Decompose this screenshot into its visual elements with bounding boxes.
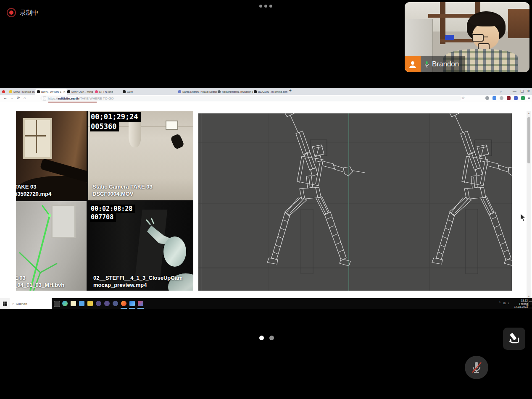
translate-icon[interactable] [514,96,518,100]
new-tab-button[interactable]: + [289,88,292,93]
taskbar-search-input[interactable]: ⌕ Suchen [10,298,52,309]
browser-menu-icon[interactable]: ≡ [528,95,530,101]
app-c-icon[interactable] [113,301,118,306]
browser-tab-7[interactable]: BLAZON - m-omnia-berlin [252,89,289,95]
shield-icon[interactable] [507,96,511,100]
app-b-icon[interactable] [104,301,110,306]
clock-date: 17.03.2023 [510,305,528,309]
clock-weekday: Freitag [510,302,528,306]
file-explorer-icon[interactable] [79,301,84,306]
profile-icon[interactable] [500,96,503,100]
edge-icon[interactable] [62,301,68,306]
sticky-notes-icon[interactable] [71,301,76,306]
window-close-button[interactable]: ✕ [527,88,530,94]
wireframe-skeleton-canvas [198,113,512,291]
search-icon: ⌕ [12,302,14,306]
participant-video-tile[interactable]: Brandon [405,2,529,72]
bookmark-star-icon[interactable]: ☆ [461,95,465,101]
clip-label: TAKE 03 53592720.mp4 [16,184,51,198]
taskbar-clock[interactable]: 18:12 Freitag 17.03.2023 [510,299,528,309]
lock-icon [43,97,46,100]
tray-speaker-icon[interactable]: ♪ [508,302,509,304]
browser-tab-0[interactable]: MMD | Monica studio produkt [8,89,38,95]
timecode-overlay: 00;01;29;24 005360 [90,112,141,131]
task-view-icon[interactable] [54,301,60,307]
firefox-icon[interactable] [121,301,126,306]
window-maximize-button[interactable]: ▢ [520,88,524,94]
participant-glasses [472,34,500,40]
browser-tab-4[interactable]: GLW [121,89,149,95]
paint-icon[interactable] [138,301,143,306]
tab-search-chevron-icon[interactable]: ⌄ [499,88,503,94]
reload-icon[interactable]: ⟳ [17,95,20,101]
forward-icon[interactable]: → [10,95,14,101]
participant-name-badge: Brandon [405,56,465,72]
avatar [405,56,421,72]
dark-square-icon [254,90,257,93]
scroll-down-icon[interactable]: ▼ [527,295,531,298]
video-quad-top-left[interactable]: TAKE 03 53592720.mp4 [16,111,87,200]
video-quad-bottom-right[interactable]: 00:02:08:28 007708 02__STEFFI__4_1_3_Clo… [88,201,193,291]
scrollbar-thumb[interactable] [527,117,530,163]
person-icon [218,90,221,93]
annotate-button[interactable] [503,328,525,350]
wireframe-skeleton-right [432,113,512,274]
dark-play-icon [37,90,40,93]
dark-square-icon [123,90,126,93]
active-app-underline [137,308,144,309]
browser-tab-1-active[interactable]: BWN - WHMN 'DSC' - stu ✕ [35,89,67,95]
tray-display-icon[interactable]: ⧉ [503,302,506,305]
scene-ceiling-light [166,121,178,130]
video-quad-bottom-left[interactable]: E 03 _04_01_03_MH.bvh [16,201,87,291]
folder-icon[interactable] [87,301,93,306]
page-accent-line [48,102,97,102]
download-icon[interactable] [492,96,496,100]
windows-taskbar: ⌕ Suchen ⌃ ⧉ ♪ 18:12 Freitag 17.03.202 [0,298,532,309]
3d-viewport[interactable] [198,113,512,291]
screen-share-region: MMD | Monica studio produkt BWN - WHMN '… [0,88,532,309]
window-minimize-button[interactable]: — [513,88,516,94]
info-icon[interactable] [485,96,489,100]
mouse-cursor [520,213,526,222]
timecode-overlay: 00:02:08:28 007708 [90,205,135,222]
microphone-muted-icon [471,361,482,374]
recording-label: 录制中 [20,9,39,17]
tab-recording-dot [2,90,5,93]
video-quad-top-right[interactable]: 00;01;29;24 005360 Static Camera TAKE 03… [88,111,193,200]
back-icon[interactable]: ← [3,95,7,101]
url-domain: editbite.earth [58,97,79,100]
browser-tab-6[interactable]: Requirements, Invitation Bilder [216,89,255,95]
clip-label: E 03 _04_01_03_MH.bvh [16,275,64,289]
page-scrollbar[interactable]: ▲ ▼ [527,111,531,298]
pen-annotate-icon [508,333,521,345]
meeting-window: 录制中 [0,0,532,399]
app-a-icon[interactable] [96,301,101,306]
notification-center-icon[interactable] [529,302,532,306]
photos-icon[interactable] [129,301,135,306]
browser-tab-5[interactable]: Santa Energy | Visual Search Img [176,89,219,95]
more-options-dots[interactable] [259,5,272,8]
browser-tab-3[interactable]: ET | N-tone [93,89,123,95]
clip-label: Static Camera TAKE 03 DSCF0004.MOV [92,184,153,198]
home-icon[interactable]: ⌂ [24,95,26,101]
pagination-dot-active[interactable] [259,336,264,340]
pagination-dot[interactable] [269,336,274,340]
scroll-up-icon[interactable]: ▲ [527,112,531,115]
pink-dot-icon [95,90,98,93]
tray-chevron-icon[interactable]: ⌃ [498,301,501,305]
yellow-doc-icon [9,90,12,93]
scene-window [23,118,52,159]
mute-microphone-button[interactable] [465,356,488,379]
dark-play-icon [67,90,70,93]
webcam-scene-shelf [508,9,529,38]
start-button[interactable] [0,298,10,309]
scene-performer [170,134,185,150]
sheets-icon[interactable] [521,96,525,100]
recording-indicator: 录制中 [7,8,39,17]
browser-tab-bar: MMD | Monica studio produkt BWN - WHMN '… [0,88,532,95]
webcam-scene-object [445,35,454,40]
clock-time: 18:12 [510,299,528,302]
url-field[interactable]: https://editbite.earth/TAKE WHERE TO GO [40,96,461,101]
browser-tab-2[interactable]: MMV OSK - ministudiofin [66,89,95,95]
url-path: /TAKE WHERE TO GO [79,97,113,100]
